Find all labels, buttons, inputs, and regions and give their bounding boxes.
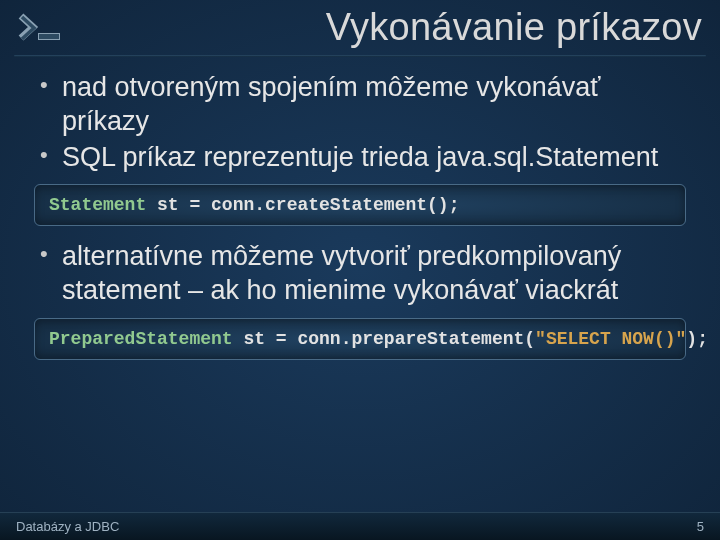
code-token-type: PreparedStatement [49,329,233,349]
page-number: 5 [697,519,704,534]
header-divider [14,55,706,57]
code-token: st = conn.prepareStatement( [233,329,535,349]
code-token-type: Statement [49,195,146,215]
slide: Vykonávanie príkazov nad otvoreným spoje… [0,0,720,540]
page-title: Vykonávanie príkazov [78,6,702,49]
code-token-string: "SELECT NOW()" [535,329,686,349]
code-token: ); [686,329,708,349]
bullet-list-1: nad otvoreným spojením môžeme vykonávať … [40,71,686,174]
code-token: st = conn.createStatement(); [146,195,459,215]
header: Vykonávanie príkazov [0,0,720,53]
bullet-list-2: alternatívne môžeme vytvoriť predkompilo… [40,240,686,308]
prompt-icon [18,11,66,45]
code-block-2: PreparedStatement st = conn.prepareState… [34,318,686,360]
code-block-1: Statement st = conn.createStatement(); [34,184,686,226]
list-item: nad otvoreným spojením môžeme vykonávať … [40,71,686,139]
footer: Databázy a JDBC 5 [0,512,720,540]
footer-left: Databázy a JDBC [16,519,119,534]
content: nad otvoreným spojením môžeme vykonávať … [0,67,720,360]
list-item: alternatívne môžeme vytvoriť predkompilo… [40,240,686,308]
svg-rect-1 [39,34,59,39]
list-item: SQL príkaz reprezentuje trieda java.sql.… [40,141,686,175]
